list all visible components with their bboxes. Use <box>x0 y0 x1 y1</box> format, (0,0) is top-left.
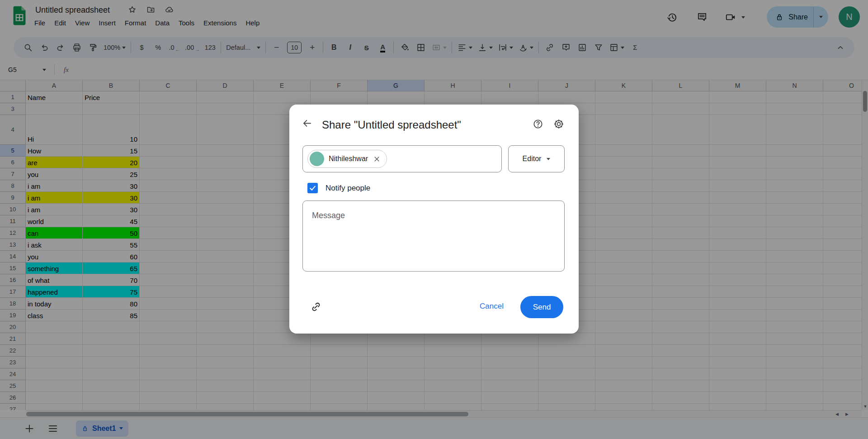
recipient-name: Nithileshwar <box>329 155 368 163</box>
share-dialog-title: Share "Untitled spreadsheet" <box>322 119 461 131</box>
send-button[interactable]: Send <box>520 296 563 318</box>
remove-recipient-icon[interactable] <box>373 155 381 163</box>
help-icon[interactable] <box>532 118 544 130</box>
google-sheets-window: Untitled spreadsheet FileEditViewInsertF… <box>0 0 868 439</box>
back-arrow-icon[interactable] <box>301 118 314 130</box>
cancel-button[interactable]: Cancel <box>480 302 504 311</box>
settings-gear-icon[interactable] <box>553 118 565 130</box>
message-input[interactable] <box>302 200 565 272</box>
notify-people-row: Notify people <box>307 183 370 193</box>
recipient-input[interactable]: Nithileshwar <box>302 145 502 172</box>
notify-people-checkbox[interactable] <box>307 183 318 193</box>
share-dialog: Share "Untitled spreadsheet" Nithileshwa… <box>289 105 579 334</box>
recipient-chip[interactable]: Nithileshwar <box>307 150 387 168</box>
recipient-avatar <box>310 152 324 166</box>
role-dropdown-icon <box>547 158 550 160</box>
copy-link-icon[interactable] <box>310 301 323 314</box>
notify-people-label: Notify people <box>326 184 370 193</box>
role-dropdown[interactable]: Editor <box>508 145 565 172</box>
role-value: Editor <box>523 155 542 163</box>
